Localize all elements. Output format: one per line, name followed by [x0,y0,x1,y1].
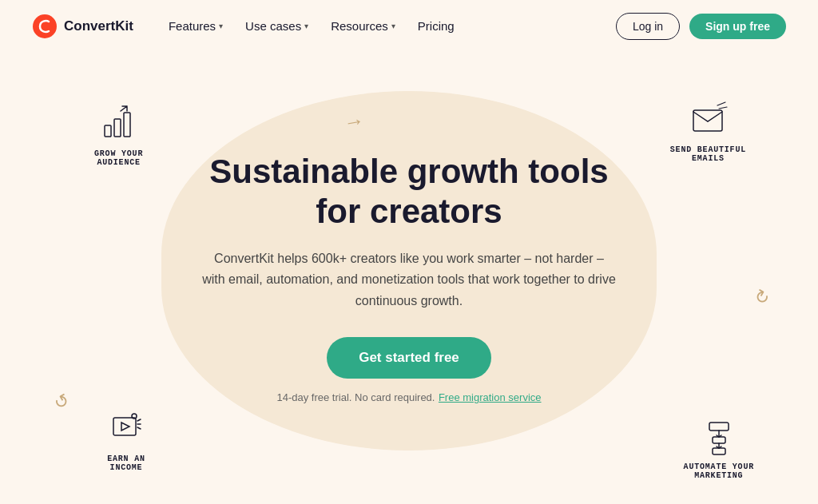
send-emails-icon [685,96,730,141]
earn-income-icon [104,405,149,450]
svg-rect-2 [114,119,121,137]
nav-item-pricing[interactable]: Pricing [408,14,464,38]
hero-content: Sustainable growth tools for creators Co… [201,152,617,404]
login-button[interactable]: Log in [616,13,680,40]
trial-text: 14-day free trial. No card required. [276,391,435,403]
hero-section: → ↻ ↺ GROW YOUR AUDIENCE SEND BEA [0,52,818,504]
nav-item-features[interactable]: Features ▾ [159,14,232,38]
automate-marketing-icon [697,413,741,458]
migration-link[interactable]: Free migration service [439,391,542,403]
earn-label: EARN AN INCOME [107,454,145,472]
nav-item-use-cases[interactable]: Use cases ▾ [236,14,318,38]
float-automate-marketing: AUTOMATE YOUR MARKETING [684,413,754,480]
logo-text: ConvertKit [64,18,133,34]
svg-rect-4 [693,110,722,131]
svg-point-0 [33,14,57,38]
navbar: ConvertKit Features ▾ Use cases ▾ Resour… [0,0,818,52]
nav-item-resources[interactable]: Resources ▾ [321,14,405,38]
svg-rect-8 [709,423,729,431]
float-earn-income: EARN AN INCOME [104,405,149,472]
svg-rect-3 [124,113,130,137]
grow-label: GROW YOUR AUDIENCE [94,149,143,167]
chevron-down-icon: ▾ [219,22,223,30]
logo-icon [32,14,58,39]
get-started-button[interactable]: Get started free [327,337,491,379]
svg-rect-5 [113,418,136,435]
arrow-left-bottom-icon: ↺ [50,389,73,415]
float-send-emails: SEND BEAUTIFUL EMAILS [670,96,746,163]
trial-info: 14-day free trial. No card required. Fre… [201,390,617,404]
logo[interactable]: ConvertKit [32,14,133,39]
chevron-down-icon: ▾ [304,22,308,30]
hero-title: Sustainable growth tools for creators [201,152,617,232]
nav-links: Features ▾ Use cases ▾ Resources ▾ Prici… [159,14,616,38]
svg-rect-10 [713,448,725,454]
signup-button[interactable]: Sign up free [689,14,786,39]
arrow-right-icon: ↻ [750,285,773,311]
svg-rect-1 [105,125,111,137]
arrow-top-icon: → [342,108,367,136]
nav-actions: Log in Sign up free [616,13,786,40]
svg-rect-9 [713,437,725,443]
automate-label: AUTOMATE YOUR MARKETING [684,462,754,480]
grow-audience-icon [97,100,141,145]
float-grow-audience: GROW YOUR AUDIENCE [94,100,143,167]
emails-label: SEND BEAUTIFUL EMAILS [670,145,746,163]
hero-subtitle: ConvertKit helps 600k+ creators like you… [201,248,617,312]
svg-marker-6 [121,423,129,431]
chevron-down-icon: ▾ [391,22,395,30]
